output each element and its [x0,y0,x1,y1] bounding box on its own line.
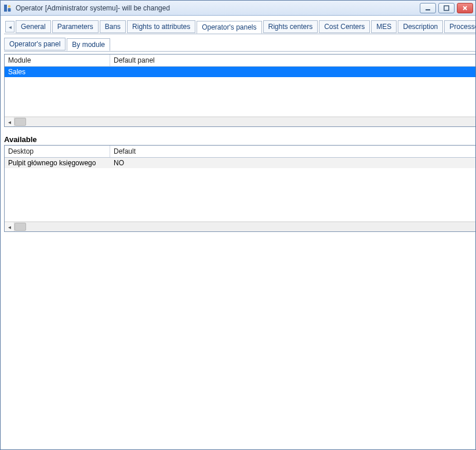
close-button[interactable] [457,3,473,13]
svg-rect-2 [8,8,11,12]
tab-mes[interactable]: MES [371,20,397,33]
tab-cost-centers[interactable]: Cost Centers [319,20,370,33]
available-heading: Available [4,135,476,144]
modules-col-module[interactable]: Module [5,55,110,66]
window-title: Operator [Administrator systemu]- will b… [16,4,420,12]
maximize-button[interactable] [438,3,455,13]
titlebar: Operator [Administrator systemu]- will b… [1,1,475,16]
modules-cell-default-panel [110,67,476,77]
main-tabstrip: ◂ General Parameters Bans Rights to attr… [4,18,476,34]
available-row[interactable]: Pulpit głównego księgowego NO [5,158,476,168]
subtab-by-module[interactable]: By module [67,38,110,51]
svg-point-1 [8,5,10,7]
modules-col-default-panel[interactable]: Default panel [110,55,476,66]
tab-processes[interactable]: Processes [444,20,476,33]
tab-rights-centers[interactable]: Rights centers [263,20,318,33]
available-cell-desktop: Pulpit głównego księgowego [5,158,110,168]
app-icon [3,3,12,13]
modules-grid[interactable]: Module Default panel Sales ◂ ▸ [4,54,476,127]
modules-row[interactable]: Sales [5,67,476,77]
scroll-thumb[interactable] [14,118,26,126]
tab-parameters[interactable]: Parameters [52,20,99,33]
modules-cell-module: Sales [5,67,110,77]
tab-general[interactable]: General [16,20,51,33]
minimize-button[interactable] [420,3,436,13]
available-hscroll[interactable]: ◂ ▸ [5,222,476,231]
scroll-left-icon[interactable]: ◂ [5,117,14,126]
sub-tabstrip: Operator's panel By module [4,34,476,52]
tab-bans[interactable]: Bans [100,20,126,33]
scroll-left-icon[interactable]: ◂ [5,222,14,231]
subtab-operators-panel[interactable]: Operator's panel [4,38,66,50]
tab-operators-panels[interactable]: Operator's panels [197,21,261,34]
available-cell-default: NO [110,158,476,168]
tab-description[interactable]: Description [398,20,443,33]
modules-hscroll[interactable]: ◂ ▸ [5,117,476,126]
svg-rect-0 [4,5,7,12]
svg-rect-3 [426,9,430,10]
available-col-desktop[interactable]: Desktop [5,146,110,157]
scroll-thumb[interactable] [14,223,26,231]
available-grid[interactable]: Desktop Default Pulpit głównego księgowe… [4,145,476,232]
svg-rect-4 [444,6,449,10]
tabs-scroll-left[interactable]: ◂ [5,21,14,32]
available-col-default[interactable]: Default [110,146,476,157]
tab-rights-to-attributes[interactable]: Rights to attributes [127,20,195,33]
